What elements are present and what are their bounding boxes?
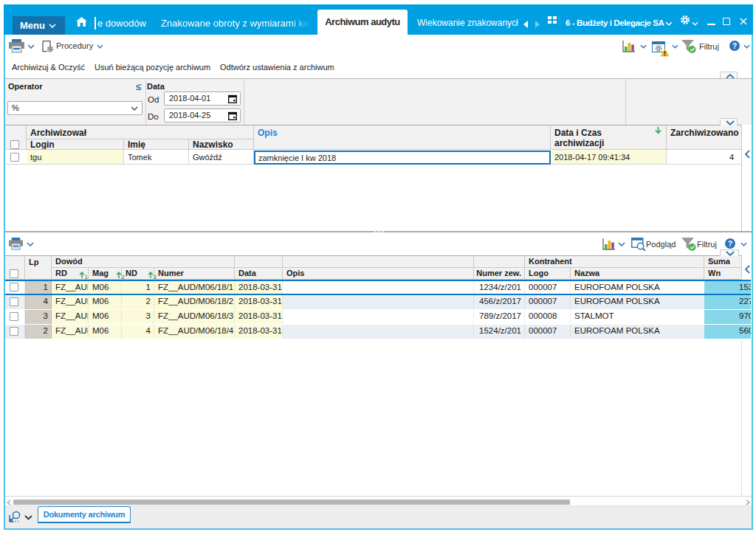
svg-text:2: 2 [122, 275, 125, 280]
svg-text:?: ? [728, 239, 732, 248]
svg-text:3: 3 [154, 275, 157, 280]
svg-text:1: 1 [85, 275, 88, 280]
svg-text:?: ? [732, 41, 737, 50]
